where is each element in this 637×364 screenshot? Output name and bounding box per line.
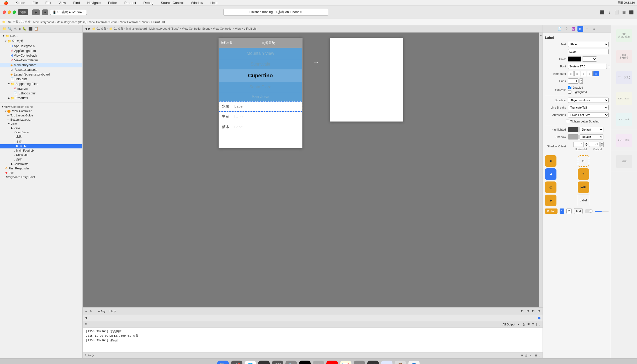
- status-icon-5[interactable]: ↓: [539, 354, 541, 357]
- expand-vc[interactable]: ▼: [4, 110, 7, 113]
- debug-view-toggle1[interactable]: ⊞: [527, 323, 530, 326]
- linebreaks-select[interactable]: Truncate Tail: [568, 105, 609, 110]
- debug-output-chevron[interactable]: ▼: [517, 323, 520, 326]
- num2-component[interactable]: 2: [566, 208, 572, 214]
- help-inspector-icon[interactable]: ?: [564, 26, 570, 32]
- canvas-forward-icon[interactable]: ▶: [88, 27, 91, 30]
- text-value-input[interactable]: [568, 49, 609, 54]
- breadcrumb-view[interactable]: View: [142, 20, 148, 24]
- minimize-button[interactable]: [8, 10, 11, 14]
- comp-label-icon[interactable]: Label: [578, 195, 589, 206]
- menubar-editor[interactable]: Editor: [107, 0, 119, 5]
- layout-toggle[interactable]: ⬜: [614, 9, 620, 15]
- comp-icon-3[interactable]: ◀: [545, 168, 556, 180]
- shadow-v-stepper[interactable]: ▲ ▼: [601, 142, 604, 147]
- expand-view[interactable]: ▼: [7, 122, 10, 125]
- scene-main-food[interactable]: L 主菜: [0, 139, 82, 144]
- dock-launchpad[interactable]: 🚀: [231, 361, 242, 364]
- far-right-item-2[interactable]: png车丹分享: [611, 46, 637, 67]
- nav-foods-plist[interactable]: 📄 01foods.plist: [0, 91, 82, 96]
- expand-products[interactable]: ▶: [7, 97, 10, 99]
- align-left-btn[interactable]: ≡: [568, 71, 574, 76]
- navigator-toggle[interactable]: ⬛: [599, 9, 605, 15]
- table-row-fruit[interactable]: 水果 Label: [219, 101, 302, 112]
- far-right-item-6[interactable]: ios1…试题: [611, 130, 637, 151]
- breadcrumb-fruit-lbl[interactable]: L Fruit Lbl: [151, 20, 165, 24]
- dock-video[interactable]: 🎬: [272, 361, 283, 364]
- folder-icon[interactable]: 📁: [2, 27, 6, 31]
- color-well[interactable]: [568, 56, 581, 62]
- dock-tools[interactable]: 🔧: [285, 361, 297, 364]
- tighten-checkbox[interactable]: [566, 120, 569, 123]
- nav-main-m[interactable]: M main.m: [0, 86, 82, 91]
- dock-settings[interactable]: ⚙: [313, 361, 324, 364]
- enabled-checkbox[interactable]: [568, 86, 571, 89]
- status-auto[interactable]: Auto ◇: [85, 354, 94, 357]
- highlighted-color-select[interactable]: Default: [580, 127, 603, 132]
- lines-stepper[interactable]: ▲ ▼: [580, 78, 583, 84]
- comp-icon-4[interactable]: ≡: [578, 168, 589, 180]
- shadow-v-down[interactable]: ▼: [601, 144, 604, 147]
- breadcrumb-scheme[interactable]: 01-点餐: [21, 20, 31, 24]
- breadcrumb-vc[interactable]: View Controller: [120, 20, 140, 24]
- connections-inspector-icon[interactable]: ⊙: [591, 26, 597, 32]
- text-component[interactable]: Text: [574, 208, 583, 214]
- shadow-h-down[interactable]: ▼: [585, 144, 588, 147]
- comp-icon-1[interactable]: ■: [545, 155, 556, 167]
- nav-viewcontroller-h[interactable]: H ViewController.h: [0, 53, 82, 58]
- align-center-btn[interactable]: ≡: [574, 71, 580, 76]
- maximize-button[interactable]: [13, 10, 16, 14]
- nav-products[interactable]: ▶ 📁 Products: [0, 96, 82, 100]
- shadow-h-stepper[interactable]: ▲ ▼: [585, 142, 588, 147]
- table-row-drink[interactable]: 酒水 Label: [219, 122, 302, 132]
- text-type-select[interactable]: Plain: [568, 42, 609, 47]
- scene-top-guide[interactable]: ─ Top Layout Guide: [0, 113, 82, 117]
- dock-notes[interactable]: 📝: [340, 361, 352, 364]
- menubar-find[interactable]: Find: [72, 0, 81, 5]
- menubar-source[interactable]: Source Control: [159, 0, 185, 5]
- scene-jiushui[interactable]: L 酒水: [0, 157, 82, 162]
- expand-view-child[interactable]: ▶: [10, 127, 14, 129]
- menubar-help[interactable]: Help: [209, 0, 219, 5]
- nav-assets[interactable]: 🗂 Assets.xcassets: [0, 67, 82, 72]
- nav-project[interactable]: ▼ 📁 01-点餐: [0, 38, 82, 44]
- expand-scene[interactable]: ▼: [1, 105, 4, 108]
- comp-icon-2[interactable]: □: [578, 155, 589, 167]
- menubar-file[interactable]: File: [31, 0, 40, 5]
- nav-appdelegate-h[interactable]: H AppDelegate.h: [0, 44, 82, 49]
- scene-drink-lbl[interactable]: L Drink Lbl: [0, 153, 82, 157]
- align-justify-btn[interactable]: ≡: [587, 71, 593, 76]
- nav-main-storyboard[interactable]: ◈ Main.storyboard: [0, 63, 82, 67]
- toggle-component[interactable]: [585, 209, 593, 213]
- menubar-navigate[interactable]: Navigate: [86, 0, 102, 5]
- scene-first-responder[interactable]: ⊙ First Responder: [0, 166, 82, 170]
- debug-toggle-icon[interactable]: ▼: [85, 316, 88, 320]
- scene-view-child[interactable]: ▶ View: [0, 126, 82, 130]
- canvas-adjust[interactable]: ⊡: [527, 309, 529, 313]
- dock-finder2[interactable]: 🗂: [381, 361, 392, 364]
- menubar-view[interactable]: View: [57, 0, 67, 5]
- canvas-fit[interactable]: ⊞: [532, 309, 534, 313]
- status-icon-1[interactable]: ⊕: [521, 354, 523, 357]
- nav-root[interactable]: ▼ 📁 Roo...: [0, 34, 82, 38]
- menubar-product[interactable]: Product: [123, 0, 138, 5]
- view-toggle[interactable]: ↕: [607, 9, 612, 15]
- num1-component[interactable]: 1: [560, 208, 564, 214]
- far-right-item-1[interactable]: xlsx第13...业班: [611, 25, 637, 46]
- table-row-main[interactable]: 主菜 Label: [219, 112, 302, 122]
- lines-down[interactable]: ▼: [580, 81, 583, 84]
- slider-component[interactable]: [595, 211, 609, 212]
- run-button[interactable]: ▶: [32, 9, 40, 15]
- picker-view[interactable]: Mountain View Sunnyvale Cupertino Santa …: [219, 48, 302, 101]
- font-type-icon[interactable]: T: [608, 64, 610, 68]
- color-select[interactable]: [582, 56, 597, 62]
- debug-filter[interactable]: ↓: [539, 323, 541, 326]
- expand-constraints[interactable]: ▶: [10, 163, 14, 165]
- dock-safari[interactable]: 🌐: [245, 361, 256, 364]
- comp-icon-6[interactable]: ▶⏹: [578, 181, 589, 193]
- scene-vc[interactable]: ▼ View Controller: [0, 109, 82, 113]
- lines-up[interactable]: ▲: [580, 78, 583, 81]
- breadcrumb-storyboard[interactable]: Main.storyboard: [33, 20, 54, 24]
- canvas-expand[interactable]: ⊟: [538, 309, 540, 313]
- button-component[interactable]: Button: [545, 208, 558, 214]
